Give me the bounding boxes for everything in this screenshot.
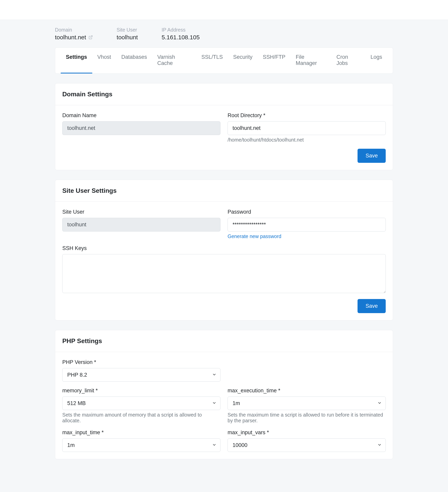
php-version-label: PHP Version * [62,359,220,365]
save-button[interactable]: Save [358,299,386,313]
ip-label: IP Address [162,27,200,33]
site-user-settings-card: Site User Settings Site User Password Ge… [55,180,393,320]
site-user-field-label: Site User [62,209,220,215]
tab-settings[interactable]: Settings [61,48,92,73]
site-header-info: Domain toolhunt.net Site User toolhunt I… [55,20,393,47]
domain-name-label: Domain Name [62,112,220,119]
tab-logs[interactable]: Logs [365,48,387,73]
tab-vhost[interactable]: Vhost [92,48,116,73]
max-input-vars-select[interactable]: 10000 [228,438,386,452]
tabs-row: Settings Vhost Databases Varnish Cache S… [55,48,393,73]
domain-label: Domain [55,27,93,33]
svg-line-0 [90,36,92,38]
domain-settings-title: Domain Settings [62,91,386,98]
tab-databases[interactable]: Databases [116,48,152,73]
password-label: Password [228,209,386,215]
tab-varnish-cache[interactable]: Varnish Cache [152,48,196,73]
site-user-value: toolhunt [117,34,138,41]
password-input[interactable] [228,218,386,232]
generate-password-link[interactable]: Generate new password [228,234,386,239]
tab-ssl-tls[interactable]: SSL/TLS [196,48,228,73]
php-version-select[interactable]: PHP 8.2 [62,368,220,382]
tabs-card: Settings Vhost Databases Varnish Cache S… [55,47,393,74]
max-input-vars-label: max_input_vars * [228,430,386,436]
site-user-label: Site User [117,27,138,33]
ssh-keys-textarea[interactable] [62,254,386,293]
max-execution-time-select[interactable]: 1m [228,397,386,410]
external-link-icon[interactable] [89,35,93,40]
max-input-time-label: max_input_time * [62,430,220,436]
save-button[interactable]: Save [358,149,386,163]
max-execution-time-help: Sets the maximum time a script is allowe… [228,412,386,423]
ip-value: 5.161.108.105 [162,34,200,41]
domain-name-input [62,121,220,135]
tab-security[interactable]: Security [228,48,258,73]
domain-settings-card: Domain Settings Domain Name Root Directo… [55,83,393,170]
memory-limit-select[interactable]: 512 MB [62,397,220,410]
ssh-keys-label: SSH Keys [62,245,386,251]
memory-limit-label: memory_limit * [62,388,220,394]
memory-limit-help: Sets the maximum amount of memory that a… [62,412,220,423]
tab-ssh-ftp[interactable]: SSH/FTP [258,48,291,73]
root-directory-input[interactable] [228,121,386,135]
tab-file-manager[interactable]: File Manager [291,48,331,73]
max-execution-time-label: max_execution_time * [228,388,386,394]
root-directory-help: /home/toolhunt/htdocs/toolhunt.net [228,137,386,143]
tab-cron-jobs[interactable]: Cron Jobs [331,48,366,73]
ip-info-block: IP Address 5.161.108.105 [162,27,200,41]
domain-value: toolhunt.net [55,34,86,41]
site-user-info-block: Site User toolhunt [117,27,138,41]
php-settings-card: PHP Settings PHP Version * PHP 8.2 [55,330,393,459]
site-user-input [62,218,220,232]
domain-info-block: Domain toolhunt.net [55,27,93,41]
php-settings-title: PHP Settings [62,337,386,345]
max-input-time-select[interactable]: 1m [62,438,220,452]
top-bar [0,0,448,20]
site-user-settings-title: Site User Settings [62,187,386,194]
root-directory-label: Root Directory * [228,112,386,119]
